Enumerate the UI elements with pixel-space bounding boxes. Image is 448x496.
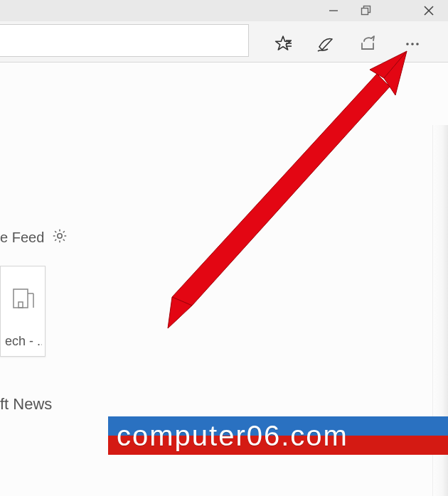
favorites-icon: [273, 34, 293, 54]
tile-icon: [1, 276, 46, 319]
news-heading: ft News: [0, 395, 52, 414]
gear-icon[interactable]: [51, 227, 68, 248]
svg-rect-2: [362, 9, 368, 15]
svg-rect-12: [14, 289, 28, 308]
browser-toolbar: [0, 21, 448, 63]
close-button[interactable]: [412, 0, 445, 21]
maximize-button[interactable]: [350, 0, 383, 21]
more-ellipsis-icon: [402, 34, 422, 54]
share-button[interactable]: [351, 30, 385, 58]
svg-point-11: [58, 234, 62, 238]
restore-icon: [361, 5, 372, 16]
svg-point-9: [411, 43, 414, 45]
watermark: computer06.com: [108, 416, 448, 455]
hide-feed-row[interactable]: e Feed: [0, 227, 68, 248]
settings-and-more-button[interactable]: [395, 30, 430, 58]
top-site-tile[interactable]: ech - ...: [0, 266, 46, 357]
minimize-button[interactable]: [317, 0, 350, 21]
add-favorites-button[interactable]: [266, 30, 300, 58]
web-notes-icon: [315, 33, 336, 55]
svg-rect-13: [18, 302, 23, 308]
address-bar[interactable]: [0, 24, 249, 57]
share-icon: [358, 34, 378, 54]
svg-point-10: [416, 43, 419, 45]
minimize-icon: [329, 6, 338, 16]
hide-feed-label: e Feed: [0, 230, 44, 246]
watermark-text: computer06.com: [117, 416, 348, 455]
window-titlebar: [0, 0, 448, 21]
close-icon: [424, 6, 434, 16]
svg-point-8: [406, 43, 409, 45]
web-notes-button[interactable]: [309, 30, 343, 58]
stage: e Feed ech - ...: [0, 0, 448, 496]
tile-label: ech - ...: [5, 334, 42, 349]
